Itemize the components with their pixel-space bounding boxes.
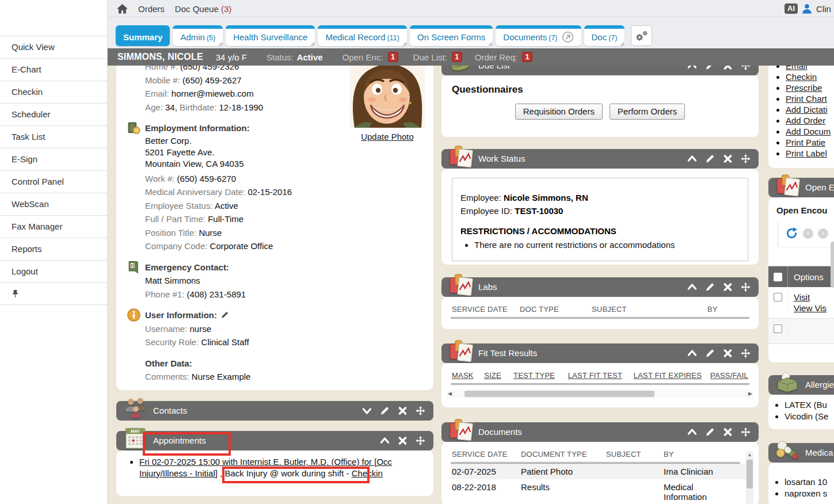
update-photo-link[interactable]: Update Photo bbox=[361, 132, 414, 142]
move-handle-icon[interactable] bbox=[741, 282, 751, 292]
select-all-checkbox[interactable] bbox=[774, 273, 782, 281]
collapse-chevron-up-icon[interactable] bbox=[687, 154, 697, 163]
vertical-scroll-thumb[interactable] bbox=[747, 460, 753, 488]
sidebar-item-control-panel[interactable]: Control Panel bbox=[0, 170, 107, 193]
edit-pencil-icon[interactable] bbox=[705, 154, 715, 163]
medications-panel-header[interactable]: Medica bbox=[768, 443, 834, 463]
requisition-orders-button[interactable]: Requisition Orders bbox=[515, 104, 603, 120]
prev-chevron-icon[interactable]: ‹ bbox=[803, 228, 813, 239]
collapse-chevron-up-icon[interactable] bbox=[687, 427, 697, 437]
fit-col-size[interactable]: SIZE bbox=[484, 371, 513, 380]
work-status-panel-header[interactable]: Work Status bbox=[441, 149, 759, 169]
fit-col-test-type[interactable]: TEST TYPE bbox=[513, 371, 568, 380]
expand-chevron-down-icon[interactable] bbox=[362, 406, 372, 415]
sidebar-item-e-sign[interactable]: E-Sign bbox=[0, 148, 107, 170]
edit-pencil-icon[interactable] bbox=[705, 427, 715, 437]
close-x-icon[interactable] bbox=[723, 349, 733, 358]
visit-link[interactable]: Visit bbox=[794, 292, 810, 302]
next-chevron-icon[interactable]: › bbox=[818, 228, 828, 239]
settings-gears-icon bbox=[634, 29, 649, 43]
contacts-panel-header[interactable]: Contacts bbox=[116, 401, 433, 421]
tab-documents[interactable]: Documents(7) bbox=[496, 25, 581, 46]
move-handle-icon[interactable] bbox=[416, 406, 425, 415]
edit-pencil-icon[interactable] bbox=[705, 349, 715, 358]
collapse-chevron-up-icon[interactable] bbox=[687, 282, 697, 292]
allergies-panel-body: LATEX (Bu Vicodin (Se bbox=[768, 395, 834, 429]
sidebar-item-task-list[interactable]: Task List bbox=[0, 125, 107, 148]
sidebar-item-logout[interactable]: Logout bbox=[0, 260, 107, 282]
documents-panel: Documents SERVICE DATE DOCUMENT TYPE SUB… bbox=[441, 422, 759, 504]
ai-badge[interactable]: AI bbox=[785, 3, 798, 14]
close-x-icon[interactable] bbox=[398, 436, 408, 445]
move-handle-icon[interactable] bbox=[741, 349, 751, 358]
vertical-scrollbar[interactable]: ▲ bbox=[746, 451, 753, 504]
sidebar-item-quick-view[interactable]: Quick View bbox=[0, 36, 107, 58]
document-table-row[interactable]: 02-07-2025 Patient Photo Ima Clinician bbox=[451, 464, 749, 479]
open-encounters-panel-header[interactable]: Open E bbox=[768, 178, 834, 197]
tab-settings-button[interactable] bbox=[631, 25, 652, 46]
edit-pencil-icon[interactable] bbox=[705, 282, 715, 292]
sidebar-item-fax-manager[interactable]: Fax Manager bbox=[0, 215, 107, 238]
link-add-dictation[interactable]: Add Dictati bbox=[786, 105, 828, 114]
perform-orders-button[interactable]: Perform Orders bbox=[610, 104, 685, 120]
link-print-patient[interactable]: Print Patie bbox=[786, 138, 825, 147]
tab-admin[interactable]: Admin(5) bbox=[173, 25, 223, 46]
sidebar-item-checkin[interactable]: Checkin bbox=[0, 81, 107, 103]
fit-test-panel-header[interactable]: Fit Test Results bbox=[441, 343, 759, 363]
scroll-up-arrow-icon[interactable]: ▲ bbox=[746, 451, 753, 459]
popout-circle-arrow-icon[interactable] bbox=[562, 31, 574, 43]
tab-summary-label: Summary bbox=[123, 32, 162, 42]
refresh-icon[interactable] bbox=[785, 227, 798, 240]
link-prescribe[interactable]: Prescribe bbox=[786, 83, 822, 93]
link-add-order[interactable]: Add Order bbox=[786, 116, 825, 125]
tab-doc[interactable]: Doc(7) bbox=[584, 25, 625, 46]
panel-scroll-thumb[interactable] bbox=[831, 242, 834, 288]
fit-col-last-fit-test[interactable]: LAST FIT TEST bbox=[568, 371, 634, 380]
move-handle-icon[interactable] bbox=[741, 154, 751, 163]
edit-pencil-icon[interactable] bbox=[380, 406, 390, 415]
move-handle-icon[interactable] bbox=[416, 436, 425, 445]
tab-summary[interactable]: Summary bbox=[116, 25, 170, 46]
row-checkbox[interactable] bbox=[774, 293, 782, 301]
sidebar-item-reports[interactable]: Reports bbox=[0, 238, 107, 260]
fit-col-last-fit-expires[interactable]: LAST FIT EXPIRES bbox=[634, 371, 710, 380]
sidebar-pin-toggle[interactable] bbox=[0, 282, 107, 305]
full-part-time-row: Full / Part Time: Full-Time bbox=[145, 212, 356, 226]
scroll-left-arrow-icon[interactable]: ◀ bbox=[448, 391, 452, 396]
breadcrumb-doc-queue[interactable]: Doc Queue (3) bbox=[175, 4, 231, 14]
documents-panel-header[interactable]: Documents bbox=[441, 422, 759, 442]
sidebar-item-scheduler[interactable]: Scheduler bbox=[0, 103, 107, 125]
link-add-document[interactable]: Add Docum bbox=[786, 127, 831, 136]
document-table-row[interactable]: 08-22-2018 Results MedicalInformation bbox=[451, 479, 749, 504]
view-visit-link[interactable]: View Vis bbox=[794, 303, 827, 313]
close-x-icon[interactable] bbox=[723, 427, 733, 437]
horizontal-scrollbar[interactable]: ◀ ▶ bbox=[446, 390, 754, 398]
user-person-icon[interactable] bbox=[802, 3, 812, 14]
close-x-icon[interactable] bbox=[723, 282, 733, 292]
scroll-right-arrow-icon[interactable]: ▶ bbox=[748, 391, 752, 396]
link-print-chart[interactable]: Print Chart bbox=[786, 94, 827, 104]
close-x-icon[interactable] bbox=[398, 406, 408, 415]
tab-medical-record[interactable]: Medical Record(11) bbox=[318, 25, 407, 46]
labs-panel-header[interactable]: Labs bbox=[441, 277, 759, 297]
tab-on-screen-forms[interactable]: On Screen Forms bbox=[410, 25, 493, 46]
close-x-icon[interactable] bbox=[723, 154, 733, 163]
allergies-panel-header[interactable]: Allergie bbox=[768, 375, 834, 395]
horizontal-scroll-thumb[interactable] bbox=[464, 391, 654, 397]
row-checkbox[interactable] bbox=[774, 324, 782, 333]
fit-col-pass-fail[interactable]: PASS/FAIL bbox=[710, 371, 748, 380]
fit-col-mask[interactable]: MASK bbox=[452, 371, 484, 380]
move-handle-icon[interactable] bbox=[741, 427, 751, 437]
edit-pencil-icon[interactable] bbox=[221, 311, 229, 319]
home-icon[interactable] bbox=[117, 4, 128, 14]
user-label[interactable]: Clin bbox=[816, 4, 831, 14]
sidebar-item-webscan[interactable]: WebScan bbox=[0, 193, 107, 215]
collapse-chevron-up-icon[interactable] bbox=[380, 436, 390, 445]
link-checkin[interactable]: Checkin bbox=[786, 72, 817, 82]
link-print-label[interactable]: Print Label bbox=[786, 148, 827, 158]
breadcrumb-orders[interactable]: Orders bbox=[138, 4, 165, 14]
sidebar-item-e-chart[interactable]: E-Chart bbox=[0, 58, 107, 81]
collapse-chevron-up-icon[interactable] bbox=[687, 349, 697, 358]
tab-health-surveillance[interactable]: Health Surveillance bbox=[226, 25, 315, 46]
user-info-section: User Information: Username: nurse Securi… bbox=[127, 308, 356, 349]
